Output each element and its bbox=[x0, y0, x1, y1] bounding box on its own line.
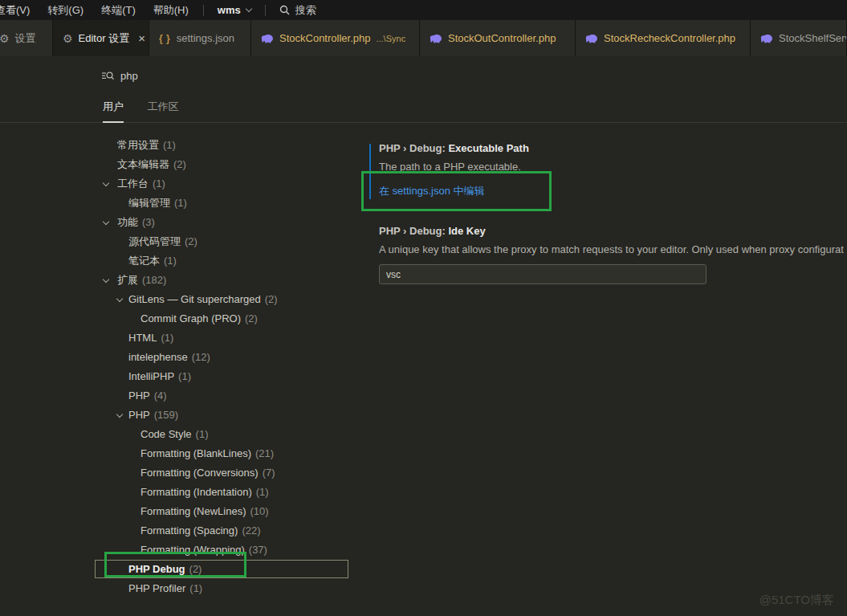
toc-item-formatting-conversions[interactable]: Formatting (Conversions)(7) bbox=[0, 463, 357, 483]
gear-icon: ⚙ bbox=[63, 33, 73, 44]
toc-item-commit-graph[interactable]: Commit Graph (PRO)(2) bbox=[0, 309, 357, 328]
scope-tab-user[interactable]: 用户 bbox=[103, 100, 124, 122]
edit-in-settings-json-link[interactable]: 在 settings.json 中编辑 bbox=[379, 184, 485, 198]
menu-bar: 查看(V) 转到(G) 终端(T) 帮助(H) wms 搜索 bbox=[0, 0, 847, 20]
toc-item-notebook[interactable]: 笔记本(1) bbox=[0, 251, 357, 271]
chevron-down-icon bbox=[103, 218, 109, 225]
chevron-down-icon bbox=[245, 6, 251, 12]
tab-stockrecheckcontroller[interactable]: StockRecheckController.php bbox=[576, 20, 751, 56]
editor-tab-bar: ⚙ 设置 ⚙ Editor 设置 × { } settings.json Sto… bbox=[0, 20, 847, 56]
setting-php-debug-ide-key: PHP › Debug: Ide Key A unique key that a… bbox=[369, 225, 847, 284]
toc-item-gitlens[interactable]: GitLens — Git supercharged(2) bbox=[0, 290, 357, 309]
tab-detail: ...\Sync bbox=[376, 34, 405, 43]
divider bbox=[265, 5, 266, 16]
setting-category: PHP › Debug: bbox=[379, 225, 448, 237]
toc-item-intelliphp[interactable]: IntelliPHP(1) bbox=[0, 367, 357, 386]
settings-list: PHP › Debug: Executable Path The path to… bbox=[357, 123, 847, 598]
divider bbox=[203, 5, 204, 16]
chevron-down-icon bbox=[103, 180, 109, 186]
toc-item-formatting-spacing[interactable]: Formatting (Spacing)(22) bbox=[0, 521, 357, 541]
settings-editor: php 用户 工作区 常用设置(1) 文本编辑器(2) 工作台(1) 编辑管理(… bbox=[0, 70, 847, 598]
tab-label: 设置 bbox=[15, 31, 36, 46]
tab-label: StockRecheckController.php bbox=[604, 32, 735, 44]
toc-item-intelephense[interactable]: intelephense(12) bbox=[0, 348, 357, 367]
setting-category: PHP › Debug: bbox=[379, 142, 448, 154]
search-icon bbox=[279, 5, 290, 15]
search-filter-icon bbox=[102, 71, 114, 81]
toc-item-php-profiler[interactable]: PHP Profiler(1) bbox=[0, 579, 357, 598]
toc-item-php-4[interactable]: PHP(4) bbox=[0, 386, 357, 406]
toc-item-formatting-indentation[interactable]: Formatting (Indentation)(1) bbox=[0, 483, 357, 502]
setting-name: Ide Key bbox=[448, 225, 485, 237]
tab-settings[interactable]: ⚙ 设置 bbox=[0, 20, 53, 56]
gear-icon: ⚙ bbox=[0, 33, 10, 44]
php-elephant-icon bbox=[760, 34, 773, 43]
menu-terminal[interactable]: 终端(T) bbox=[92, 3, 145, 18]
menu-help[interactable]: 帮助(H) bbox=[145, 3, 197, 18]
settings-search-query: php bbox=[120, 70, 138, 82]
tab-label: settings.json bbox=[177, 32, 234, 44]
toc-item-scm[interactable]: 源代码管理(2) bbox=[0, 232, 357, 251]
global-search-button[interactable]: 搜索 bbox=[271, 3, 324, 18]
toc-item-common[interactable]: 常用设置(1) bbox=[0, 136, 357, 155]
tab-label: StockOutController.php bbox=[448, 32, 556, 44]
toc-item-features[interactable]: 功能(3) bbox=[0, 213, 357, 232]
workspace-name: wms bbox=[218, 4, 241, 16]
php-elephant-icon bbox=[261, 34, 274, 43]
json-braces-icon: { } bbox=[159, 33, 171, 44]
settings-scope-bar: 用户 工作区 bbox=[0, 99, 847, 123]
toc-item-formatting-wrapping[interactable]: Formatting (Wrapping)(37) bbox=[0, 541, 357, 560]
toc-item-formatting-newlines[interactable]: Formatting (NewLines)(10) bbox=[0, 502, 357, 521]
close-icon[interactable]: × bbox=[138, 31, 145, 45]
menu-goto[interactable]: 转到(G) bbox=[39, 3, 92, 18]
php-elephant-icon bbox=[585, 34, 598, 43]
settings-search-input[interactable]: php bbox=[102, 70, 847, 82]
tab-stockshelfservice[interactable]: StockShelfServi bbox=[751, 20, 847, 56]
toc-item-workbench[interactable]: 工作台(1) bbox=[0, 174, 357, 194]
chevron-down-icon bbox=[116, 411, 123, 418]
setting-title: PHP › Debug: Executable Path bbox=[379, 142, 847, 154]
watermark: @51CTO博客 bbox=[759, 593, 834, 608]
chevron-down-icon bbox=[103, 276, 109, 283]
setting-description: A unique key that allows the proxy to ma… bbox=[379, 243, 847, 255]
toc-item-editor-management[interactable]: 编辑管理(1) bbox=[0, 194, 357, 213]
setting-title: PHP › Debug: Ide Key bbox=[379, 225, 847, 237]
menu-view[interactable]: 查看(V) bbox=[0, 3, 39, 18]
toc-item-formatting-blanklines[interactable]: Formatting (BlankLines)(21) bbox=[0, 444, 357, 463]
settings-content: 常用设置(1) 文本编辑器(2) 工作台(1) 编辑管理(1) 功能(3) 源代… bbox=[0, 123, 847, 598]
tab-label: StockController.php bbox=[279, 32, 370, 44]
setting-description: The path to a PHP executable. bbox=[379, 161, 847, 173]
toc-item-text-editor[interactable]: 文本编辑器(2) bbox=[0, 155, 357, 174]
setting-php-debug-executable-path: PHP › Debug: Executable Path The path to… bbox=[369, 142, 847, 198]
toc-item-php-debug[interactable]: PHP Debug(2) bbox=[0, 560, 357, 579]
scope-tab-workspace[interactable]: 工作区 bbox=[147, 100, 178, 122]
toc-item-html[interactable]: HTML(1) bbox=[0, 328, 357, 348]
tab-label: StockShelfServi bbox=[779, 32, 847, 44]
chevron-down-icon bbox=[116, 296, 123, 302]
settings-toc-tree: 常用设置(1) 文本编辑器(2) 工作台(1) 编辑管理(1) 功能(3) 源代… bbox=[0, 123, 357, 598]
ide-key-input[interactable] bbox=[379, 264, 707, 284]
toc-item-php-159[interactable]: PHP(159) bbox=[0, 406, 357, 425]
tab-stockcontroller[interactable]: StockController.php ...\Sync bbox=[251, 20, 420, 56]
tab-label: Editor 设置 bbox=[79, 31, 130, 46]
tab-editor-settings[interactable]: ⚙ Editor 设置 × bbox=[53, 20, 149, 56]
tab-stockoutcontroller[interactable]: StockOutController.php bbox=[420, 20, 576, 56]
toc-item-extensions[interactable]: 扩展(182) bbox=[0, 271, 357, 290]
search-label: 搜索 bbox=[295, 3, 316, 18]
setting-name: Executable Path bbox=[448, 142, 528, 154]
tab-settings-json[interactable]: { } settings.json bbox=[149, 20, 251, 56]
toc-item-code-style[interactable]: Code Style(1) bbox=[0, 425, 357, 444]
workspace-dropdown[interactable]: wms bbox=[210, 4, 259, 16]
php-elephant-icon bbox=[430, 34, 442, 43]
